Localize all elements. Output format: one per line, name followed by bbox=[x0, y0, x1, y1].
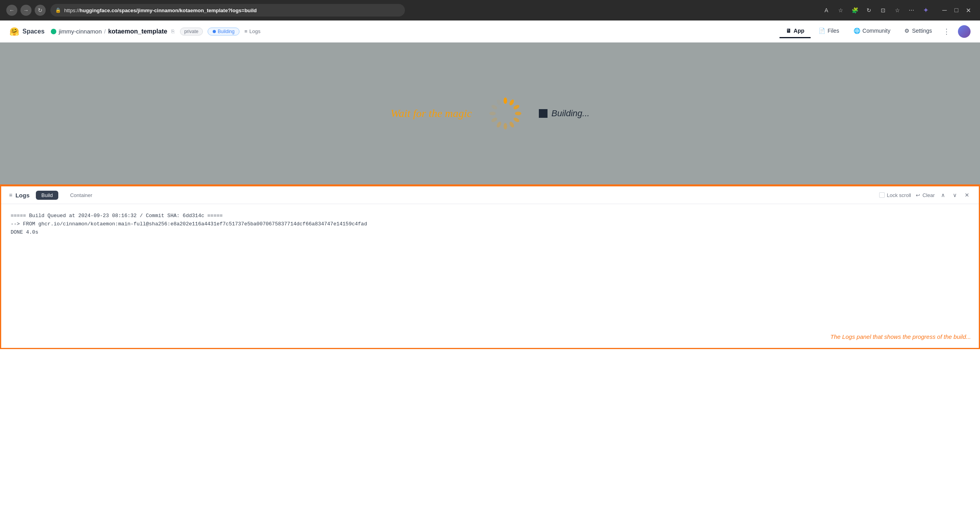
breadcrumb-separator: / bbox=[104, 28, 106, 35]
more-options-button[interactable]: ⋮ bbox=[940, 24, 953, 39]
svg-point-10 bbox=[491, 104, 498, 110]
forward-button[interactable]: → bbox=[20, 5, 32, 16]
svg-point-1 bbox=[509, 99, 515, 106]
nav-right: 🖥 App 📄 Files 🌐 Community ⚙ Settings ⋮ bbox=[780, 24, 971, 39]
address-bar[interactable]: 🔒 https://huggingface.co/spaces/jimmy-ci… bbox=[50, 4, 405, 17]
logs-title: ≡ Logs bbox=[9, 192, 30, 199]
tab-app[interactable]: 🖥 App bbox=[780, 24, 811, 38]
username: jimmy-cinnamon bbox=[59, 28, 102, 35]
lock-scroll-button[interactable]: Lock scroll bbox=[879, 192, 911, 198]
reload-button[interactable]: ↻ bbox=[35, 5, 46, 16]
window-controls: ─ □ ✕ bbox=[939, 5, 974, 16]
breadcrumb-user: jimmy-cinnamon bbox=[51, 28, 102, 35]
tab-files[interactable]: 📄 Files bbox=[812, 24, 846, 38]
logs-body: ===== Build Queued at 2024-09-23 08:16:3… bbox=[1, 204, 979, 348]
star-icon[interactable]: ☆ bbox=[835, 5, 846, 16]
lock-scroll-checkbox bbox=[879, 192, 885, 198]
logs-controls: Lock scroll ↩ Clear ∧ ∨ ✕ bbox=[879, 190, 971, 200]
url-suffix: /spaces/jimmy-cinnamon/kotaemon_template… bbox=[117, 7, 257, 13]
top-nav: 🤗 Spaces jimmy-cinnamon / kotaemon_templ… bbox=[0, 20, 980, 43]
tab-build-button[interactable]: Build bbox=[36, 191, 58, 200]
lock-scroll-label: Lock scroll bbox=[887, 192, 911, 198]
logs-icon: ≡ bbox=[9, 192, 12, 198]
log-line-3: --> FROM ghcr.io/cinnamon/kotaemon:main-… bbox=[11, 220, 969, 229]
repo-name: kotaemon_template bbox=[108, 28, 167, 35]
log-line-4: DONE 4.0s bbox=[11, 229, 969, 237]
community-icon: 🌐 bbox=[854, 28, 860, 34]
svg-point-6 bbox=[504, 123, 507, 129]
scroll-down-button[interactable]: ∨ bbox=[951, 190, 958, 200]
building-badge: Building bbox=[208, 28, 240, 35]
svg-point-0 bbox=[504, 98, 507, 104]
avatar bbox=[958, 25, 971, 38]
breadcrumb: jimmy-cinnamon / kotaemon_template ⎘ pri… bbox=[51, 28, 260, 35]
clear-label: Clear bbox=[922, 192, 935, 198]
tab-settings-label: Settings bbox=[912, 28, 932, 34]
browser-controls: ← → ↻ bbox=[6, 5, 46, 16]
profile-icon[interactable]: A bbox=[821, 5, 832, 16]
building-cube-icon bbox=[539, 109, 548, 118]
scroll-up-button[interactable]: ∧ bbox=[939, 190, 947, 200]
logs-panel: ≡ Logs Build Container Lock scroll ↩ Cle… bbox=[0, 185, 980, 349]
building-dot bbox=[213, 30, 216, 33]
extension-icon[interactable]: 🧩 bbox=[849, 5, 860, 16]
spaces-emoji: 🤗 bbox=[9, 27, 19, 36]
back-button[interactable]: ← bbox=[6, 5, 17, 16]
bookmark-icon[interactable]: ☆ bbox=[892, 5, 903, 16]
clear-button[interactable]: ↩ Clear bbox=[916, 192, 935, 198]
split-icon[interactable]: ⊡ bbox=[878, 5, 889, 16]
svg-point-7 bbox=[496, 121, 502, 128]
tab-app-label: App bbox=[794, 28, 804, 34]
settings-icon: ⚙ bbox=[904, 28, 909, 34]
spaces-logo: 🤗 Spaces bbox=[9, 27, 45, 36]
log-line-1: ===== Build Queued at 2024-09-23 08:16:3… bbox=[11, 212, 969, 220]
files-icon: 📄 bbox=[819, 28, 825, 34]
browser-chrome: ← → ↻ 🔒 https://huggingface.co/spaces/ji… bbox=[0, 0, 980, 20]
bottom-area bbox=[0, 349, 980, 513]
private-badge: private bbox=[180, 28, 203, 35]
minimize-button[interactable]: ─ bbox=[939, 5, 950, 16]
spinner-container bbox=[488, 96, 523, 131]
page: 🤗 Spaces jimmy-cinnamon / kotaemon_templ… bbox=[0, 20, 980, 513]
copy-icon[interactable]: ⎘ bbox=[171, 28, 174, 34]
building-display: Wait for the magic bbox=[390, 96, 589, 131]
tab-files-label: Files bbox=[828, 28, 839, 34]
close-button[interactable]: ✕ bbox=[963, 5, 974, 16]
maximize-button[interactable]: □ bbox=[951, 5, 962, 16]
app-icon: 🖥 bbox=[786, 28, 791, 34]
wait-text: Wait for the magic bbox=[390, 107, 472, 120]
svg-point-2 bbox=[513, 104, 520, 110]
tab-community[interactable]: 🌐 Community bbox=[847, 24, 897, 38]
svg-point-3 bbox=[515, 112, 521, 115]
refresh-icon[interactable]: ↻ bbox=[863, 5, 874, 16]
building-label: Building bbox=[218, 29, 235, 34]
logs-link[interactable]: ≡ Logs bbox=[244, 28, 260, 34]
url-text: https://huggingface.co/spaces/jimmy-cinn… bbox=[64, 7, 257, 13]
spaces-label: Spaces bbox=[22, 28, 45, 35]
svg-point-4 bbox=[513, 117, 520, 123]
logs-icon-small: ≡ bbox=[244, 28, 247, 34]
copilot-icon[interactable]: ✦ bbox=[920, 5, 931, 16]
svg-point-11 bbox=[496, 99, 502, 106]
lock-icon: 🔒 bbox=[55, 7, 61, 13]
user-status-dot bbox=[51, 29, 56, 34]
svg-point-8 bbox=[491, 117, 498, 123]
logs-section: ≡ Logs Build Container Lock scroll ↩ Cle… bbox=[0, 184, 980, 349]
svg-point-5 bbox=[509, 121, 515, 128]
tab-settings[interactable]: ⚙ Settings bbox=[898, 24, 938, 38]
more-icon[interactable]: ⋯ bbox=[906, 5, 917, 16]
loading-spinner bbox=[488, 96, 523, 131]
building-status: Building... bbox=[539, 108, 590, 119]
svg-point-9 bbox=[490, 112, 496, 115]
logs-caption: The Logs panel that shows the progress o… bbox=[830, 333, 971, 340]
tab-container-button[interactable]: Container bbox=[65, 191, 98, 200]
building-text: Building... bbox=[551, 108, 590, 119]
logs-link-text: Logs bbox=[249, 28, 260, 34]
logs-header: ≡ Logs Build Container Lock scroll ↩ Cle… bbox=[1, 186, 979, 204]
logs-title-text: Logs bbox=[15, 192, 30, 199]
close-logs-button[interactable]: ✕ bbox=[963, 190, 971, 200]
main-area: Wait for the magic bbox=[0, 43, 980, 184]
tab-community-label: Community bbox=[863, 28, 891, 34]
browser-actions: A ☆ 🧩 ↻ ⊡ ☆ ⋯ ✦ bbox=[821, 5, 931, 16]
clear-icon: ↩ bbox=[916, 192, 920, 198]
